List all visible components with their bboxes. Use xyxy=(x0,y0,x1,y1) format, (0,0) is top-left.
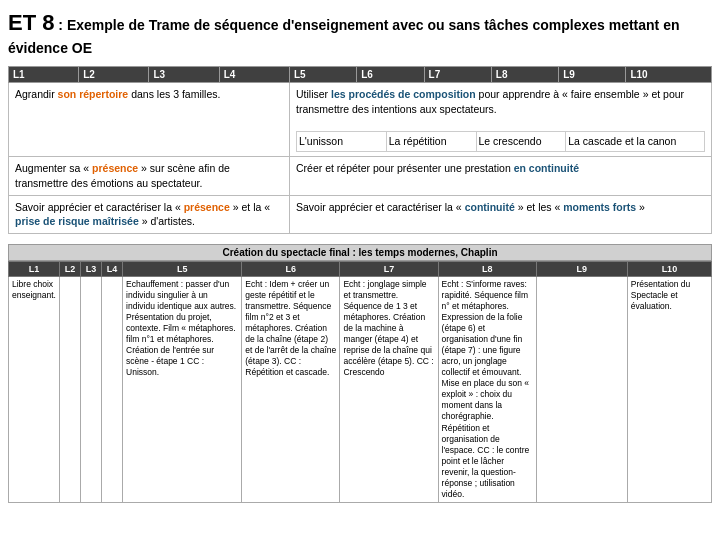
lower-cell-l4 xyxy=(102,276,123,502)
highlight-presence: présence xyxy=(92,162,138,174)
lower-th-l2: L2 xyxy=(59,261,80,276)
highlight-prise-risque: prise de risque maîtrisée xyxy=(15,215,139,227)
lower-th-l8: L8 xyxy=(438,261,536,276)
upper-th-l5: L5 xyxy=(289,67,356,83)
lower-section-title: Création du spectacle final : les temps … xyxy=(8,244,712,261)
upper-row2-right: Créer et répéter pour présenter une pres… xyxy=(289,157,711,195)
lower-th-l6: L6 xyxy=(242,261,340,276)
upper-row-3: Savoir apprécier et caractériser la « pr… xyxy=(9,195,712,233)
lower-th-l5: L5 xyxy=(123,261,242,276)
lower-cell-l9 xyxy=(536,276,627,502)
upper-header-row: L1 L2 L3 L4 L5 L6 L7 L8 L9 L10 xyxy=(9,67,712,83)
highlight-moments-forts: moments forts xyxy=(563,201,636,213)
title-separator: : xyxy=(54,17,66,33)
lower-th-l10: L10 xyxy=(627,261,711,276)
lower-cell-l6: Echt : Idem + créer un geste répétitif e… xyxy=(242,276,340,502)
highlight-continuite: en continuité xyxy=(514,162,579,174)
upper-th-l6: L6 xyxy=(357,67,424,83)
lower-cell-l3 xyxy=(81,276,102,502)
title-main: Exemple de Trame de séquence d'enseignem… xyxy=(8,17,680,56)
upper-row2-left: Augmenter sa « présence » sur scène afin… xyxy=(9,157,290,195)
lower-cell-l7: Echt : jonglage simple et transmettre. S… xyxy=(340,276,438,502)
lower-th-l1: L1 xyxy=(9,261,60,276)
highlight-repertoire: son répertoire xyxy=(58,88,129,100)
highlight-procedes: les procédés de composition xyxy=(331,88,476,100)
highlight-continuite2: continuité xyxy=(465,201,515,213)
upper-th-l1: L1 xyxy=(9,67,79,83)
upper-th-l10: L10 xyxy=(626,67,712,83)
upper-th-l4: L4 xyxy=(219,67,289,83)
highlight-presence2: présence xyxy=(184,201,230,213)
lower-th-l4: L4 xyxy=(102,261,123,276)
lower-th-l9: L9 xyxy=(536,261,627,276)
sub-crescendo: Le crescendo xyxy=(476,132,566,152)
upper-row3-right: Savoir apprécier et caractériser la « co… xyxy=(289,195,711,233)
lower-cell-l1: Libre choix enseignant. xyxy=(9,276,60,502)
page-title: ET 8 : Exemple de Trame de séquence d'en… xyxy=(8,8,712,58)
lower-th-l3: L3 xyxy=(81,261,102,276)
lower-table: L1 L2 L3 L4 L5 L6 L7 L8 L9 L10 Libre cho… xyxy=(8,261,712,503)
upper-row3-left: Savoir apprécier et caractériser la « pr… xyxy=(9,195,290,233)
upper-row-1: Agrandir son répertoire dans les 3 famil… xyxy=(9,83,712,157)
lower-header-row: L1 L2 L3 L4 L5 L6 L7 L8 L9 L10 xyxy=(9,261,712,276)
sub-cascade: La cascade et la canon xyxy=(566,132,705,152)
upper-th-l2: L2 xyxy=(79,67,149,83)
upper-th-l8: L8 xyxy=(491,67,558,83)
lower-cell-l10: Présentation du Spectacle et évaluation. xyxy=(627,276,711,502)
et-number: ET 8 xyxy=(8,10,54,35)
page-container: ET 8 : Exemple de Trame de séquence d'en… xyxy=(8,8,712,503)
upper-th-l9: L9 xyxy=(559,67,626,83)
sub-unisson: L'unisson xyxy=(296,132,386,152)
lower-data-row: Libre choix enseignant. Echauffement : p… xyxy=(9,276,712,502)
upper-th-l3: L3 xyxy=(149,67,219,83)
lower-cell-l2 xyxy=(59,276,80,502)
upper-row1-right: Utiliser les procédés de composition pou… xyxy=(289,83,711,157)
sub-repetition: La répétition xyxy=(386,132,476,152)
upper-table: L1 L2 L3 L4 L5 L6 L7 L8 L9 L10 Agrandir … xyxy=(8,66,712,234)
lower-cell-l5: Echauffement : passer d'un individu sing… xyxy=(123,276,242,502)
upper-row1-left: Agrandir son répertoire dans les 3 famil… xyxy=(9,83,290,157)
lower-th-l7: L7 xyxy=(340,261,438,276)
upper-th-l7: L7 xyxy=(424,67,491,83)
lower-cell-l8: Echt : S'informe raves: rapidité. Séquen… xyxy=(438,276,536,502)
upper-row-2: Augmenter sa « présence » sur scène afin… xyxy=(9,157,712,195)
lower-section: Création du spectacle final : les temps … xyxy=(8,244,712,503)
